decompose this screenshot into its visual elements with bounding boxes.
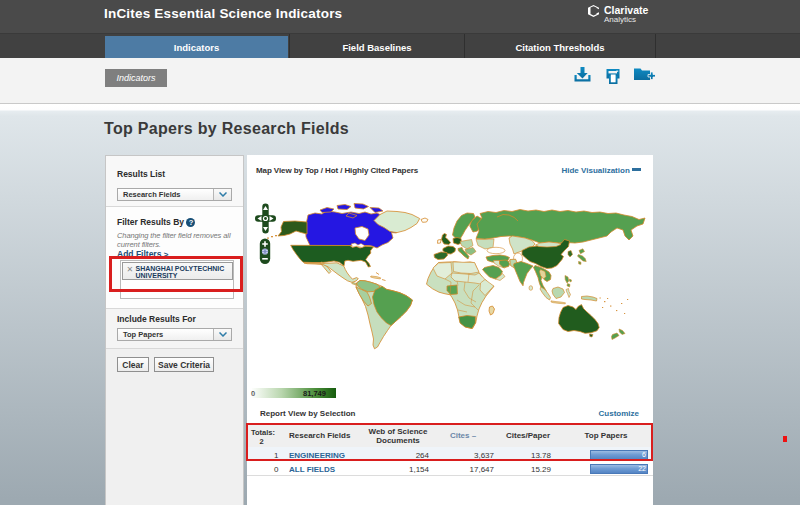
svg-text:81,749: 81,749 <box>303 389 326 398</box>
svg-text:0: 0 <box>251 389 255 398</box>
